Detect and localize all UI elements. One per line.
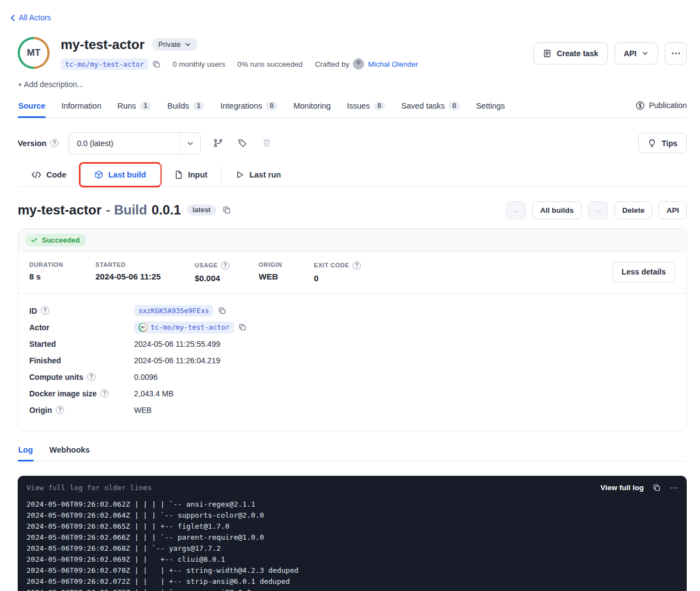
log-output[interactable]: 2024-05-06T09:26:02.062Z | | | | `-- ans… [18, 496, 687, 591]
actor-handle: tc-mo/my-test-actor [61, 58, 161, 70]
actor-detail-page: All Actors MT my-test-actor Private tc-m… [0, 0, 700, 591]
subtab-last-build[interactable]: Last build [80, 163, 159, 186]
build-stats: DURATION 8 s STARTED 2024-05-06 11:25 US… [18, 252, 686, 294]
tab-log[interactable]: Log [18, 445, 34, 461]
detail-row-origin: Origin? WEB [29, 402, 675, 418]
next-build-button[interactable]: → [588, 201, 608, 219]
actor-avatar: MT [18, 37, 50, 69]
header-actions: Create task API ⋯ [533, 42, 687, 65]
page-title: my-test-actor [61, 37, 145, 52]
actor-avatar-initials: MT [20, 39, 47, 67]
help-icon[interactable]: ? [100, 389, 109, 397]
api-dropdown-button[interactable]: API [614, 42, 658, 65]
detail-row-actor: Actor MT tc-mo/my-test-actor [29, 319, 675, 336]
copy-icon [653, 483, 661, 492]
version-select[interactable]: 0.0 (latest) [68, 132, 201, 154]
lightbulb-icon [648, 139, 656, 148]
older-lines-notice[interactable]: View full log for older lines [26, 483, 152, 492]
code-icon [31, 171, 41, 179]
more-actions-button[interactable]: ⋯ [665, 42, 687, 65]
actor-handle-badge[interactable]: tc-mo/my-test-actor [61, 58, 148, 70]
copy-icon [238, 323, 247, 331]
tab-count-badge: 0 [448, 101, 460, 110]
publication-link[interactable]: Publication [635, 101, 687, 117]
delete-build-button[interactable]: Delete [614, 201, 653, 219]
tab-information[interactable]: Information [61, 101, 102, 117]
version-label: Version ? [18, 139, 58, 148]
log-line: 2024-05-06T09:26:02.073Z | | | `-- wrap-… [26, 587, 678, 591]
detail-row-started: Started 2024-05-06 11:25:55.499 [29, 336, 675, 352]
log-tab-bar: Log Webhooks [18, 445, 687, 461]
build-api-button[interactable]: API [659, 201, 687, 219]
delete-version-button[interactable] [259, 136, 274, 151]
crafted-by: Crafted by Michał Olender [315, 58, 418, 69]
stat-usage: USAGE? $0.004 [195, 261, 245, 283]
help-icon[interactable]: ? [221, 261, 229, 270]
help-icon[interactable]: ? [41, 307, 49, 315]
copy-log-button[interactable] [653, 483, 661, 492]
copy-handle-button[interactable] [152, 60, 161, 68]
latest-badge: latest [187, 205, 216, 216]
stat-started: STARTED 2024-05-06 11:25 [95, 261, 181, 281]
tab-webhooks[interactable]: Webhooks [49, 445, 90, 461]
build-card: Succeeded DURATION 8 s STARTED 2024-05-0… [18, 228, 687, 431]
copy-icon [152, 60, 161, 68]
help-icon[interactable]: ? [50, 139, 58, 147]
log-line: 2024-05-06T09:26:02.066Z | | | `-- paren… [26, 532, 678, 543]
task-icon [543, 49, 552, 58]
build-details: ID? sxzKGK5A93Se9FExs Actor MT tc-mo/my-… [18, 294, 686, 431]
subtab-input[interactable]: Input [160, 163, 221, 186]
log-line: 2024-05-06T09:26:02.070Z | | | +-- strin… [26, 565, 678, 576]
build-actions: ← All builds → Delete API [506, 201, 687, 219]
chevron-down-icon [184, 41, 191, 48]
subtab-code[interactable]: Code [18, 163, 80, 186]
tab-runs[interactable]: Runs1 [117, 101, 152, 117]
all-builds-button[interactable]: All builds [532, 201, 581, 219]
tag-icon-button[interactable] [235, 136, 249, 151]
breadcrumb[interactable]: All Actors [9, 13, 51, 22]
version-bar: Version ? 0.0 (latest) Tips [18, 132, 687, 154]
tag-icon [238, 138, 247, 148]
build-title: my-test-actor - Build 0.0.1 [18, 202, 181, 218]
less-details-button[interactable]: Less details [612, 262, 675, 282]
tab-count-badge: 0 [374, 101, 386, 110]
package-icon [94, 170, 103, 179]
tips-button[interactable]: Tips [638, 133, 687, 153]
chevron-down-icon [642, 50, 649, 57]
tab-integrations[interactable]: Integrations0 [220, 101, 277, 117]
dollar-circle-icon [635, 101, 645, 110]
tab-settings[interactable]: Settings [475, 101, 505, 117]
log-more-button[interactable]: ⋯ [670, 483, 678, 493]
subtab-last-run[interactable]: Last run [221, 163, 295, 186]
copy-build-button[interactable] [222, 206, 231, 214]
actor-avatar: MT [138, 323, 147, 332]
tab-count-badge: 1 [140, 101, 152, 110]
log-line: 2024-05-06T09:26:02.065Z | | | +-- figle… [26, 521, 678, 532]
help-icon[interactable]: ? [352, 261, 361, 270]
create-task-button[interactable]: Create task [533, 42, 608, 65]
help-icon[interactable]: ? [87, 373, 95, 381]
tab-monitoring[interactable]: Monitoring [293, 101, 332, 117]
prev-build-button[interactable]: ← [506, 201, 526, 219]
check-icon [30, 236, 38, 244]
build-id-badge[interactable]: sxzKGK5A93Se9FExs [134, 305, 213, 316]
copy-actor-button[interactable] [238, 323, 247, 331]
actor-header: MT my-test-actor Private tc-mo/my-test-a… [18, 37, 687, 70]
log-panel: View full log for older lines View full … [18, 476, 687, 591]
branch-icon-button[interactable] [211, 136, 225, 151]
help-icon[interactable]: ? [56, 406, 64, 414]
tab-builds[interactable]: Builds1 [167, 101, 205, 117]
author-link[interactable]: Michał Olender [368, 60, 418, 68]
copy-id-button[interactable] [218, 307, 226, 315]
privacy-dropdown[interactable]: Private [152, 38, 197, 51]
add-description-link[interactable]: + Add description... [18, 80, 687, 89]
detail-row-id: ID? sxzKGK5A93Se9FExs [29, 303, 675, 319]
log-line: 2024-05-06T09:26:02.068Z | | `-- yargs@1… [26, 543, 678, 554]
actor-handle-badge[interactable]: MT tc-mo/my-test-actor [134, 321, 234, 334]
stat-duration: DURATION 8 s [29, 261, 82, 281]
chevron-down-icon [179, 133, 200, 154]
tab-issues[interactable]: Issues0 [346, 101, 386, 117]
tab-source[interactable]: Source [18, 101, 46, 117]
tab-saved-tasks[interactable]: Saved tasks0 [400, 101, 461, 117]
view-full-log-button[interactable]: View full log [600, 483, 644, 492]
